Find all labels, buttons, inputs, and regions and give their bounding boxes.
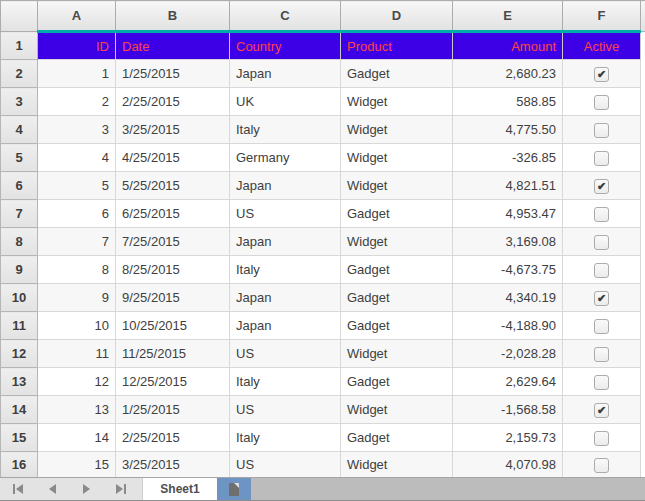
cell-product[interactable]: Widget	[341, 172, 453, 200]
cell-product[interactable]: Gadget	[341, 312, 453, 340]
next-sheet-button[interactable]	[80, 484, 92, 495]
first-sheet-button[interactable]	[12, 484, 24, 495]
field-header-country[interactable]: Country	[230, 32, 341, 60]
row-header-8[interactable]: 8	[1, 228, 38, 256]
active-checkbox[interactable]	[594, 263, 609, 278]
cell-amount[interactable]: 3,169.08	[453, 228, 563, 256]
cell-amount[interactable]: 4,953.47	[453, 200, 563, 228]
cell-id[interactable]: 9	[38, 284, 116, 312]
cell-country[interactable]: Japan	[230, 60, 341, 88]
cell-country[interactable]: Italy	[230, 368, 341, 396]
active-checkbox[interactable]	[594, 123, 609, 138]
cell-country[interactable]: US	[230, 200, 341, 228]
row-header-9[interactable]: 9	[1, 256, 38, 284]
cell-date[interactable]: 1/25/2015	[116, 60, 230, 88]
cell-id[interactable]: 2	[38, 88, 116, 116]
cell-country[interactable]: US	[230, 396, 341, 424]
cell-id[interactable]: 8	[38, 256, 116, 284]
row-header-11[interactable]: 11	[1, 312, 38, 340]
cell-product[interactable]: Widget	[341, 88, 453, 116]
cell-product[interactable]: Widget	[341, 228, 453, 256]
cell-id[interactable]: 10	[38, 312, 116, 340]
cell-amount[interactable]: -326.85	[453, 144, 563, 172]
cell-country[interactable]: Italy	[230, 256, 341, 284]
cell-amount[interactable]: 2,159.73	[453, 424, 563, 452]
cell-date[interactable]: 5/25/2015	[116, 172, 230, 200]
cell-id[interactable]: 6	[38, 200, 116, 228]
cell-product[interactable]: Widget	[341, 116, 453, 144]
cell-product[interactable]: Widget	[341, 452, 453, 478]
active-checkbox[interactable]	[594, 403, 609, 418]
cell-date[interactable]: 6/25/2015	[116, 200, 230, 228]
row-header-14[interactable]: 14	[1, 396, 38, 424]
field-header-amount[interactable]: Amount	[453, 32, 563, 60]
cell-date[interactable]: 8/25/2015	[116, 256, 230, 284]
active-checkbox[interactable]	[594, 235, 609, 250]
cell-amount[interactable]: -2,028.28	[453, 340, 563, 368]
cell-date[interactable]: 10/25/2015	[116, 312, 230, 340]
row-header-12[interactable]: 12	[1, 340, 38, 368]
active-checkbox[interactable]	[594, 431, 609, 446]
cell-amount[interactable]: 2,680.23	[453, 60, 563, 88]
cell-date[interactable]: 12/25/2015	[116, 368, 230, 396]
cell-country[interactable]: UK	[230, 88, 341, 116]
cell-date[interactable]: 3/25/2015	[116, 116, 230, 144]
active-checkbox[interactable]	[594, 95, 609, 110]
field-header-product[interactable]: Product	[341, 32, 453, 60]
cell-date[interactable]: 1/25/2015	[116, 396, 230, 424]
row-header-2[interactable]: 2	[1, 60, 38, 88]
column-header-b[interactable]: B	[116, 1, 230, 32]
last-sheet-button[interactable]	[114, 484, 126, 495]
column-header-c[interactable]: C	[230, 1, 341, 32]
cell-amount[interactable]: 2,629.64	[453, 368, 563, 396]
cell-product[interactable]: Widget	[341, 396, 453, 424]
column-header-f[interactable]: F	[563, 1, 641, 32]
previous-sheet-button[interactable]	[46, 484, 58, 495]
active-checkbox[interactable]	[594, 319, 609, 334]
active-checkbox[interactable]	[594, 151, 609, 166]
active-checkbox[interactable]	[594, 375, 609, 390]
cell-country[interactable]: Japan	[230, 228, 341, 256]
cell-product[interactable]: Gadget	[341, 60, 453, 88]
cell-id[interactable]: 1	[38, 60, 116, 88]
cell-amount[interactable]: -1,568.58	[453, 396, 563, 424]
cell-date[interactable]: 9/25/2015	[116, 284, 230, 312]
cell-country[interactable]: Italy	[230, 116, 341, 144]
cell-country[interactable]: Germany	[230, 144, 341, 172]
cell-country[interactable]: Japan	[230, 312, 341, 340]
row-header-4[interactable]: 4	[1, 116, 38, 144]
active-checkbox[interactable]	[594, 458, 609, 473]
add-sheet-button[interactable]	[217, 478, 251, 500]
row-header-16[interactable]: 16	[1, 452, 38, 478]
cell-country[interactable]: Japan	[230, 284, 341, 312]
cell-country[interactable]: US	[230, 340, 341, 368]
row-header-7[interactable]: 7	[1, 200, 38, 228]
cell-date[interactable]: 2/25/2015	[116, 88, 230, 116]
row-header-6[interactable]: 6	[1, 172, 38, 200]
active-checkbox[interactable]	[594, 207, 609, 222]
cell-id[interactable]: 4	[38, 144, 116, 172]
active-checkbox[interactable]	[594, 179, 609, 194]
cell-amount[interactable]: -4,188.90	[453, 312, 563, 340]
cell-id[interactable]: 12	[38, 368, 116, 396]
cell-product[interactable]: Gadget	[341, 256, 453, 284]
field-header-date[interactable]: Date	[116, 32, 230, 60]
field-header-active[interactable]: Active	[563, 32, 641, 60]
cell-amount[interactable]: 588.85	[453, 88, 563, 116]
cell-id[interactable]: 14	[38, 424, 116, 452]
active-checkbox[interactable]	[594, 347, 609, 362]
active-checkbox[interactable]	[594, 67, 609, 82]
row-header-10[interactable]: 10	[1, 284, 38, 312]
cell-id[interactable]: 13	[38, 396, 116, 424]
row-header-13[interactable]: 13	[1, 368, 38, 396]
row-header-5[interactable]: 5	[1, 144, 38, 172]
cell-country[interactable]: Italy	[230, 424, 341, 452]
column-header-e[interactable]: E	[453, 1, 563, 32]
cell-id[interactable]: 15	[38, 452, 116, 478]
tab-sheet1[interactable]: Sheet1	[143, 478, 217, 500]
field-header-id[interactable]: ID	[38, 32, 116, 60]
cell-product[interactable]: Gadget	[341, 424, 453, 452]
select-all-corner[interactable]	[1, 1, 38, 32]
cell-id[interactable]: 3	[38, 116, 116, 144]
cell-country[interactable]: US	[230, 452, 341, 478]
